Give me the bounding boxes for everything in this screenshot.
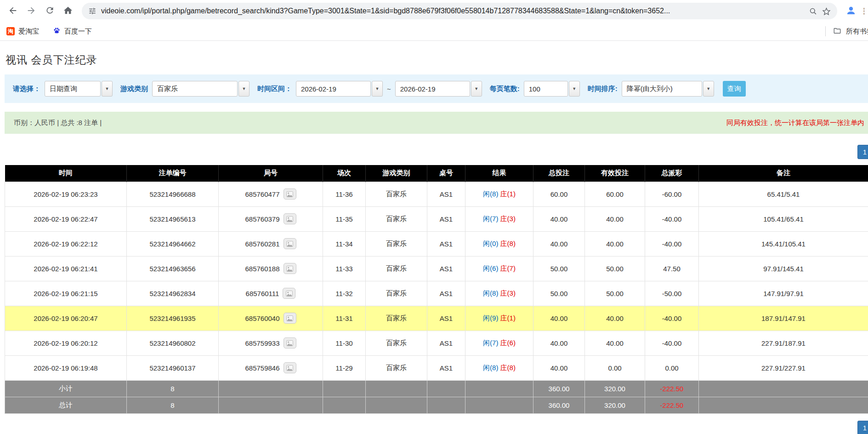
valid-bet-cell: 40.00	[585, 206, 645, 231]
payout-cell: 0.00	[645, 355, 699, 380]
bet-id-cell: 523214962834	[127, 281, 219, 306]
bookmark-star-icon[interactable]	[822, 7, 831, 16]
summary-bar: 币别：人民币 | 总共 :8 注单 | 同局有效投注，统一计算在该局第一张注单内	[5, 112, 868, 134]
remark-cell: 145.41/105.41	[699, 231, 868, 256]
result-cell: 闲(7) 庄(3)	[465, 206, 533, 231]
session-cell: 11-30	[323, 331, 366, 355]
time-cell: 2026-02-19 06:22:12	[5, 231, 127, 256]
round-image-icon[interactable]	[284, 313, 296, 324]
round-image-icon[interactable]	[284, 238, 296, 249]
date-from-dropdown[interactable]: 2026-02-19 ▼	[296, 81, 383, 97]
back-button[interactable]	[4, 2, 22, 20]
session-cell: 11-35	[323, 206, 366, 231]
col-table: 桌号	[427, 165, 465, 182]
total-bet-cell[interactable]: 50.00	[533, 281, 585, 306]
time-sort-value[interactable]: 降幂(由大到小)	[622, 81, 702, 97]
total-bet-cell[interactable]: 60.00	[533, 182, 585, 206]
bet-id-cell: 523214963656	[127, 256, 219, 281]
time-sort-dropdown[interactable]: 降幂(由大到小) ▼	[622, 81, 714, 97]
profile-avatar-icon	[845, 5, 857, 17]
bookmark-aitaobao[interactable]: 淘 爱淘宝	[6, 27, 39, 36]
valid-bet-cell: 50.00	[585, 281, 645, 306]
table-row: 2026-02-19 06:21:15523214962834685760111…	[5, 281, 868, 306]
round-image-icon[interactable]	[284, 263, 296, 274]
bet-table-foot: 小计8360.00320.00-222.50总计8360.00320.00-22…	[5, 380, 868, 413]
chevron-down-icon[interactable]: ▼	[102, 81, 113, 97]
bet-id-cell: 523214965613	[127, 206, 219, 231]
round-image-icon[interactable]	[284, 188, 296, 200]
game-type-value[interactable]: 百家乐	[152, 81, 238, 97]
time-cell: 2026-02-19 06:22:47	[5, 206, 127, 231]
result-cell: 闲(9) 庄(1)	[465, 306, 533, 331]
page-size-value[interactable]: 100	[524, 81, 568, 97]
lens-search-icon[interactable]	[809, 7, 817, 16]
pagination-top: 1	[0, 134, 868, 165]
pagination-page-button[interactable]: 1	[857, 421, 868, 434]
time-cell: 2026-02-19 06:21:15	[5, 281, 127, 306]
table-row: 2026-02-19 06:22:47523214965613685760379…	[5, 206, 868, 231]
round-image-icon[interactable]	[284, 337, 296, 348]
total-bet-cell[interactable]: 40.00	[533, 331, 585, 355]
col-valid-bet: 有效投注	[585, 165, 645, 182]
table-no-cell: AS1	[427, 331, 465, 355]
chevron-down-icon[interactable]: ▼	[372, 81, 383, 97]
summary-row: 总计8360.00320.00-222.50	[5, 397, 868, 413]
remark-cell: 227.91/187.91	[699, 331, 868, 355]
summary-total-bet: 360.00	[533, 397, 585, 413]
total-bet-cell[interactable]: 40.00	[533, 206, 585, 231]
url-bar[interactable]: videoie.com/ipl/portal.php/game/betrecor…	[82, 3, 837, 19]
summary-total-bet: 360.00	[533, 380, 585, 397]
round-image-icon[interactable]	[283, 288, 295, 299]
chevron-down-icon[interactable]: ▼	[471, 81, 482, 97]
all-bookmarks[interactable]: 所有书签	[825, 26, 868, 36]
select-type-dropdown[interactable]: 日期查询 ▼	[45, 81, 113, 97]
table-no-cell: AS1	[427, 206, 465, 231]
table-no-cell: AS1	[427, 231, 465, 256]
game-cell: 百家乐	[366, 355, 427, 380]
date-to-value[interactable]: 2026-02-19	[395, 81, 470, 97]
chevron-down-icon[interactable]: ▼	[569, 81, 580, 97]
bookmark-baidu[interactable]: 百度一下	[53, 27, 92, 36]
payout-cell: -40.00	[645, 206, 699, 231]
chevron-down-icon[interactable]: ▼	[238, 81, 250, 97]
table-row: 2026-02-19 06:23:23523214966688685760477…	[5, 182, 868, 206]
chevron-down-icon[interactable]: ▼	[703, 81, 714, 97]
round-image-icon[interactable]	[284, 213, 296, 224]
page-size-dropdown[interactable]: 100 ▼	[524, 81, 580, 97]
remark-cell: 105.41/65.41	[699, 206, 868, 231]
range-separator: ~	[387, 85, 391, 93]
payout-cell: -40.00	[645, 231, 699, 256]
menu-icon[interactable]: ⋮	[860, 6, 864, 17]
col-payout: 总派彩	[645, 165, 699, 182]
round-cell: 685760477	[219, 182, 323, 206]
profile-button[interactable]	[842, 2, 860, 20]
total-bet-cell[interactable]: 40.00	[533, 231, 585, 256]
table-row: 2026-02-19 06:20:47523214961935685760040…	[5, 306, 868, 331]
site-settings-icon[interactable]	[88, 7, 96, 15]
page-content: 视讯 会员下注纪录 请选择： 日期查询 ▼ 游戏类别 百家乐 ▼ 时间区间： 2…	[0, 53, 868, 434]
table-no-cell: AS1	[427, 256, 465, 281]
pagination-page-button[interactable]: 1	[857, 145, 868, 159]
game-cell: 百家乐	[366, 256, 427, 281]
pagination-bottom: 1	[0, 414, 868, 434]
home-icon	[63, 6, 73, 17]
total-bet-cell[interactable]: 50.00	[533, 256, 585, 281]
round-image-icon[interactable]	[284, 362, 296, 373]
round-cell: 685760281	[219, 231, 323, 256]
search-button[interactable]: 查询	[723, 81, 746, 97]
notice-text: 同局有效投注，统一计算在该局第一张注单内	[726, 119, 864, 127]
game-type-dropdown[interactable]: 百家乐 ▼	[152, 81, 250, 97]
summary-valid-bet: 320.00	[585, 397, 645, 413]
total-bet-cell[interactable]: 40.00	[533, 355, 585, 380]
refresh-button[interactable]	[40, 2, 59, 20]
date-from-value[interactable]: 2026-02-19	[296, 81, 371, 97]
game-cell: 百家乐	[366, 331, 427, 355]
select-type-value[interactable]: 日期查询	[45, 81, 101, 97]
date-to-dropdown[interactable]: 2026-02-19 ▼	[395, 81, 482, 97]
total-bet-cell[interactable]: 40.00	[533, 306, 585, 331]
bet-id-cell: 523214960802	[127, 331, 219, 355]
forward-button[interactable]	[22, 2, 40, 20]
time-cell: 2026-02-19 06:20:12	[5, 331, 127, 355]
home-button[interactable]	[59, 2, 77, 20]
game-cell: 百家乐	[366, 281, 427, 306]
